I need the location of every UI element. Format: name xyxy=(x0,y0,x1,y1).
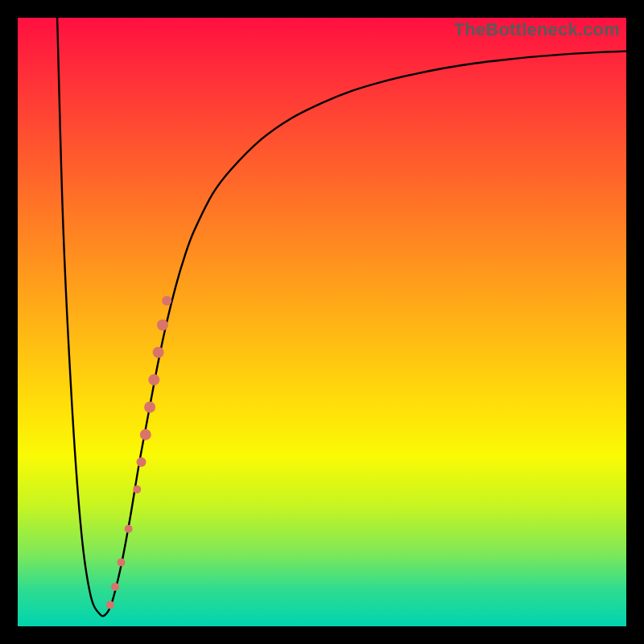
marker-dot xyxy=(148,374,159,386)
marker-dot xyxy=(125,525,133,533)
marker-dot xyxy=(118,559,126,567)
chart-frame: TheBottleneck.com xyxy=(0,0,644,644)
marker-dot xyxy=(140,429,151,440)
marker-dot xyxy=(157,320,168,331)
marker-dot xyxy=(133,485,141,493)
bottleneck-curve xyxy=(57,18,626,616)
marker-dot xyxy=(144,402,155,413)
marker-dot xyxy=(111,583,119,591)
curve-svg xyxy=(18,18,626,626)
marker-dot xyxy=(162,296,171,306)
marker-dot xyxy=(106,601,114,609)
plot-area: TheBottleneck.com xyxy=(18,18,626,626)
marker-dot xyxy=(137,457,147,467)
marker-dot xyxy=(153,347,164,358)
